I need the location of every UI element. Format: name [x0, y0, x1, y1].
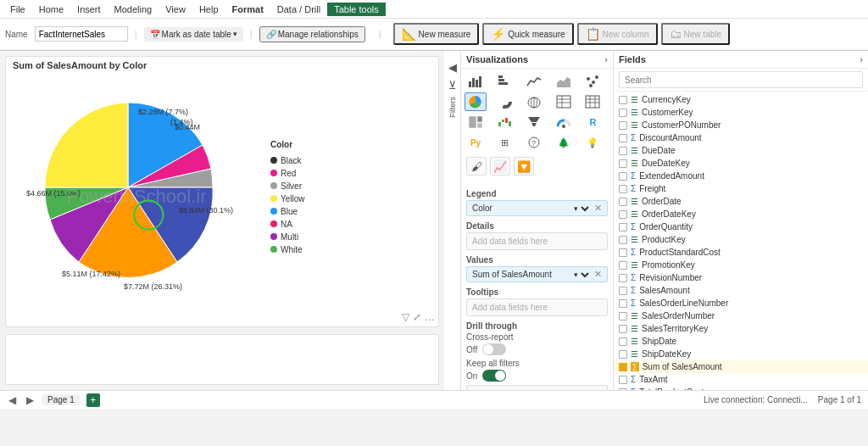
- field-checkbox-duedate[interactable]: [619, 147, 627, 155]
- vis-format-btn[interactable]: 🖌: [466, 157, 487, 176]
- field-item-product-std-cost[interactable]: Σ ProductStandardCost: [614, 246, 868, 259]
- chart-icon-map[interactable]: [523, 92, 545, 111]
- chart-icon-col[interactable]: [494, 72, 516, 91]
- field-item-revision-num[interactable]: Σ RevisionNumber: [614, 271, 868, 284]
- chart-icon-decomp[interactable]: 🌲: [553, 133, 575, 152]
- menu-view[interactable]: View: [159, 3, 192, 16]
- menu-modeling[interactable]: Modeling: [108, 3, 159, 16]
- mark-as-date-button[interactable]: 📅 Mark as date table ▾: [144, 27, 243, 42]
- quick-measure-button[interactable]: ⚡ Quick measure: [482, 23, 573, 45]
- fields-arrow[interactable]: ›: [860, 54, 863, 64]
- field-item-sales-order-line[interactable]: Σ SalesOrderLineNumber: [614, 297, 868, 309]
- field-item-due-date[interactable]: ☰ DueDate: [614, 144, 868, 157]
- field-checkbox-salesorderline[interactable]: [619, 299, 627, 308]
- chart-icon-bar[interactable]: [465, 72, 487, 91]
- new-table-button[interactable]: 🗂 New table: [661, 23, 730, 45]
- cross-report-toggle[interactable]: Off: [466, 343, 608, 355]
- menu-home[interactable]: Home: [32, 3, 70, 16]
- chart-icon-qna[interactable]: ?: [523, 133, 545, 152]
- field-checkbox-shipdate[interactable]: [619, 337, 627, 346]
- field-checkbox-shipdatekey[interactable]: [619, 350, 627, 359]
- field-checkbox-taxamt[interactable]: [619, 376, 627, 384]
- field-checkbox-discount[interactable]: [619, 134, 627, 142]
- keep-filters-track[interactable]: [482, 370, 506, 382]
- field-checkbox-productkey[interactable]: [619, 236, 627, 244]
- cross-report-track[interactable]: [482, 343, 506, 355]
- field-item-customer-po[interactable]: ☰ CustomerPONumber: [614, 119, 868, 131]
- filter-viz-btn[interactable]: ▽: [402, 311, 409, 323]
- drill-through-drop-zone[interactable]: Add drill-through fields here: [466, 385, 608, 390]
- field-checkbox-extended[interactable]: [619, 172, 627, 181]
- prev-page-btn[interactable]: ◀: [7, 394, 18, 406]
- chart-icon-custom[interactable]: ⊞: [494, 133, 516, 152]
- menu-format[interactable]: Format: [225, 3, 270, 16]
- menu-help[interactable]: Help: [192, 3, 225, 16]
- keep-filters-toggle[interactable]: On: [466, 370, 608, 382]
- chart-icon-r[interactable]: R: [581, 113, 604, 131]
- field-checkbox-orderqty[interactable]: [619, 223, 627, 231]
- page-tab-label[interactable]: Page 1: [42, 394, 80, 405]
- legend-chip-remove[interactable]: ✕: [594, 203, 602, 214]
- add-page-button[interactable]: +: [86, 393, 100, 407]
- field-item-ship-date-key[interactable]: ☰ ShipDateKey: [614, 348, 868, 360]
- field-checkbox-productstdcost[interactable]: [619, 248, 627, 257]
- more-viz-btn[interactable]: …: [425, 311, 435, 323]
- menu-table-tools[interactable]: Table tools: [327, 3, 386, 16]
- chart-icon-pie[interactable]: [465, 92, 487, 111]
- field-item-extended[interactable]: Σ ExtendedAmount: [614, 170, 868, 182]
- field-item-freight[interactable]: Σ Freight: [614, 182, 868, 195]
- values-chip-select[interactable]: ▾: [570, 270, 592, 280]
- field-item-due-date-key[interactable]: ☰ DueDateKey: [614, 157, 868, 170]
- details-drop-zone[interactable]: Add data fields here: [466, 232, 608, 250]
- values-chip-remove[interactable]: ✕: [594, 269, 602, 280]
- focus-viz-btn[interactable]: ⤢: [413, 311, 421, 323]
- field-checkbox-promokey[interactable]: [619, 261, 627, 270]
- field-item-sales-amount[interactable]: Σ SalesAmount: [614, 284, 868, 297]
- field-item-sales-terr-key[interactable]: ☰ SalesTerritoryKey: [614, 322, 868, 335]
- chart-icon-key-inf[interactable]: 💡: [581, 133, 604, 152]
- field-item-promo-key[interactable]: ☰ PromotionKey: [614, 259, 868, 271]
- name-input[interactable]: [35, 26, 128, 42]
- field-checkbox-duedatekey[interactable]: [619, 159, 627, 168]
- fields-search-input[interactable]: [619, 71, 863, 88]
- manage-relationships-button[interactable]: 🔗 Manage relationships: [259, 26, 365, 42]
- field-checkbox-customer[interactable]: [619, 109, 627, 117]
- field-item-currency-key[interactable]: ☰ CurrencyKey: [614, 93, 868, 106]
- new-measure-button[interactable]: 📐 New measure: [393, 23, 480, 45]
- field-checkbox-totalprodcost[interactable]: [619, 388, 627, 391]
- field-checkbox-orderdatekey[interactable]: [619, 210, 627, 219]
- chart-icon-donut[interactable]: [494, 92, 516, 111]
- vis-filters-btn[interactable]: 🔽: [514, 157, 534, 176]
- field-item-order-date-key[interactable]: ☰ OrderDateKey: [614, 208, 868, 220]
- new-column-button[interactable]: 📋 New column: [577, 23, 658, 45]
- legend-chip-select[interactable]: ▾: [570, 203, 592, 214]
- tooltips-drop-zone[interactable]: Add data fields here: [466, 298, 608, 316]
- chart-icon-gauge[interactable]: [553, 113, 575, 131]
- field-checkbox-customer-po[interactable]: [619, 121, 627, 130]
- field-checkbox-orderdate[interactable]: [619, 198, 627, 206]
- field-item-taxamt[interactable]: Σ TaxAmt: [614, 373, 868, 386]
- chart-icon-table[interactable]: [553, 92, 575, 111]
- field-item-sum-sales[interactable]: ∑ Sum of SalesAmount: [614, 360, 868, 373]
- field-checkbox-currency[interactable]: [619, 96, 627, 104]
- next-page-btn[interactable]: ▶: [25, 394, 36, 406]
- field-item-order-date[interactable]: ☰ OrderDate: [614, 195, 868, 208]
- field-item-product-key[interactable]: ☰ ProductKey: [614, 233, 868, 246]
- chart-icon-line[interactable]: [523, 72, 545, 91]
- chart-icon-scatter[interactable]: [581, 72, 604, 91]
- field-checkbox-freight[interactable]: [619, 185, 627, 193]
- field-item-order-qty[interactable]: Σ OrderQuantity: [614, 220, 868, 233]
- field-checkbox-salesordernum[interactable]: [619, 312, 627, 321]
- field-checkbox-salesamt[interactable]: [619, 287, 627, 295]
- chart-icon-treemap[interactable]: [465, 113, 487, 131]
- menu-insert[interactable]: Insert: [70, 3, 108, 16]
- field-item-total-prod-cost[interactable]: Σ TotalProductCost: [614, 386, 868, 390]
- field-item-discount[interactable]: Σ DiscountAmount: [614, 131, 868, 144]
- chart-icon-matrix[interactable]: [581, 92, 604, 111]
- vis-panel-arrow[interactable]: ›: [604, 54, 608, 64]
- vis-analytics-btn[interactable]: 📈: [490, 157, 510, 176]
- filter-collapse-icon[interactable]: ◀: [448, 61, 457, 74]
- chart-icon-waterfall[interactable]: [494, 113, 516, 131]
- menu-file[interactable]: File: [3, 3, 32, 16]
- field-checkbox-revnum[interactable]: [619, 274, 627, 282]
